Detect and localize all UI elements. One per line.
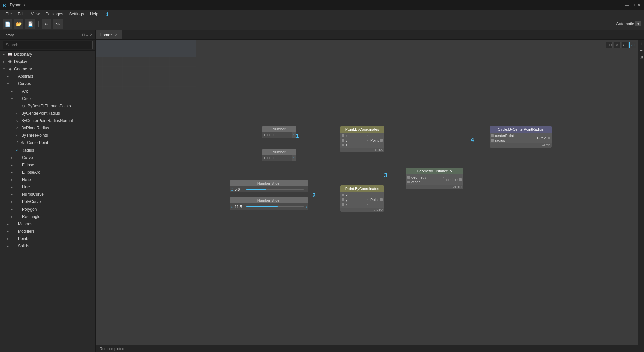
- svg-rect-1: [96, 40, 196, 57]
- run-mode-label: Automatic: [616, 22, 634, 26]
- tree-item-dictionary[interactable]: 📖 Dictionary: [0, 51, 95, 58]
- grid-background: [96, 40, 196, 90]
- tree-item-polygon[interactable]: Polygon: [0, 206, 95, 213]
- tree-item-centerpoint[interactable]: ? ⊕ CenterPoint: [0, 139, 95, 146]
- tree-item-points[interactable]: Points: [0, 235, 95, 242]
- statusbar: Run completed.: [96, 345, 644, 352]
- menu-file[interactable]: File: [3, 11, 14, 17]
- point-inputs-1: x › y › z ›: [340, 133, 369, 148]
- slider-out-1: ›: [306, 188, 307, 191]
- slider-header-2: Number Slider: [230, 197, 308, 203]
- open-file-button[interactable]: 📂: [14, 19, 23, 29]
- bythreepoints-icon: ○: [15, 133, 20, 138]
- point-body-2: x › y › z ›: [340, 192, 384, 208]
- library-title: Library: [3, 33, 14, 37]
- line-icon: [15, 184, 21, 190]
- zoom-in-btn[interactable]: +: [639, 41, 644, 46]
- canvas-ctrl-view[interactable]: ○: [614, 42, 621, 48]
- tab-home[interactable]: Home* ✕: [96, 30, 122, 39]
- circle-icon: [15, 96, 21, 101]
- save-file-button[interactable]: 💾: [25, 19, 35, 29]
- circle-body: centerPoint › radius › Circle: [490, 133, 552, 143]
- redo-button[interactable]: ↪: [53, 19, 63, 29]
- menu-edit[interactable]: Edit: [15, 11, 28, 17]
- maximize-btn[interactable]: ❐: [631, 3, 635, 7]
- tree-item-byplaneradius[interactable]: ○ ByPlaneRadius: [0, 124, 95, 132]
- tree-item-geometry[interactable]: ◆ Geometry: [0, 65, 95, 73]
- tree-item-bybestfit[interactable]: + ⊙ ByBestFitThroughPoints: [0, 102, 95, 110]
- tree-item-radius[interactable]: ✓ Radius: [0, 146, 95, 154]
- slider-toggle-1[interactable]: ⊙: [231, 188, 233, 191]
- tree-item-rectangle[interactable]: Rectangle: [0, 213, 95, 220]
- canvas-ctrl-2d[interactable]: 2D: [629, 42, 636, 48]
- tree-item-meshes[interactable]: Meshes: [0, 220, 95, 228]
- port-circle-out: [548, 137, 550, 139]
- menu-help[interactable]: Help: [87, 11, 101, 17]
- tree-item-bythreepoints[interactable]: ○ ByThreePoints: [0, 132, 95, 139]
- slider-track-1[interactable]: [246, 189, 304, 190]
- new-file-button[interactable]: 📄: [3, 19, 12, 29]
- tab-bar: Home* ✕: [96, 30, 644, 40]
- info-icon[interactable]: ℹ: [104, 11, 110, 17]
- tree-item-bycenterradius[interactable]: ○ ByCenterPointRadius: [0, 110, 95, 117]
- number-node-1[interactable]: Number 0.000 ›: [262, 126, 296, 138]
- point-footer-1: AUTO: [340, 148, 384, 152]
- solids-icon: [11, 243, 17, 249]
- canvas-ctrl-bg[interactable]: ⟵: [622, 42, 628, 48]
- tree-item-curve[interactable]: Curve: [0, 154, 95, 161]
- sidebar-close-icon[interactable]: ✕: [90, 33, 93, 37]
- tree-item-ellipsearc[interactable]: EllipseArc: [0, 169, 95, 176]
- tree-item-display[interactable]: 👁 Display: [0, 58, 95, 65]
- point-node-2[interactable]: Point.ByCoordinates x › y ›: [340, 185, 384, 212]
- tab-close-btn[interactable]: ✕: [115, 33, 118, 37]
- point-header-2: Point.ByCoordinates: [340, 185, 384, 192]
- tree-item-arc[interactable]: Arc: [0, 87, 95, 95]
- tree-item-ellipse[interactable]: Ellipse: [0, 161, 95, 169]
- tree-item-bycenterradiusnormal[interactable]: ○ ByCenterPointRadiusNormal: [0, 117, 95, 124]
- undo-button[interactable]: ↩: [42, 19, 51, 29]
- number-header-2: Number: [262, 149, 296, 155]
- tree-item-modifiers[interactable]: Modifiers: [0, 228, 95, 235]
- slider-node-1[interactable]: Number Slider ⊙ 5.6 ›: [230, 180, 308, 192]
- tree-item-nurbscurve[interactable]: NurbsCurve: [0, 191, 95, 198]
- canvas-ctrl-geometry[interactable]: ⬡⬡: [606, 42, 613, 48]
- minimize-btn[interactable]: —: [625, 3, 629, 7]
- canvas[interactable]: Number 0.000 › Number 0.000 › Point: [96, 40, 644, 345]
- slider-toggle-2[interactable]: ⊙: [231, 205, 233, 209]
- expand-icon: [11, 208, 15, 211]
- zoom-fit-btn[interactable]: ⊞: [639, 54, 644, 60]
- toolbar: 📄 📂 💾 ↩ ↪ Automatic ▼: [0, 18, 644, 30]
- slider-node-2[interactable]: Number Slider ⊙ 11.5 ›: [230, 197, 308, 210]
- expand-icon: [11, 171, 15, 174]
- tree-item-polycurve[interactable]: PolyCurve: [0, 198, 95, 206]
- geometry-node[interactable]: Geometry.DistanceTo geometry › other ›: [406, 168, 463, 189]
- tree-item-circle[interactable]: Circle: [0, 95, 95, 102]
- tree-label-helix: Helix: [22, 177, 93, 182]
- run-mode-dropdown[interactable]: ▼: [635, 21, 641, 26]
- circle-node[interactable]: Circle.ByCenterPointRadius centerPoint ›…: [490, 126, 552, 148]
- add-icon[interactable]: +: [15, 104, 19, 108]
- close-btn[interactable]: ✕: [637, 3, 641, 7]
- geometry-inputs: geometry › other ›: [406, 174, 445, 185]
- port-z-in-2: [342, 203, 344, 206]
- sidebar-filter-icon[interactable]: ⊟: [82, 33, 85, 37]
- menu-settings[interactable]: Settings: [67, 11, 87, 17]
- conn-label-3: 3: [384, 172, 387, 179]
- tree-item-curves[interactable]: Curves: [0, 80, 95, 87]
- number-node-2[interactable]: Number 0.000 ›: [262, 149, 296, 161]
- point-node-1[interactable]: Point.ByCoordinates x › y ›: [340, 126, 384, 152]
- port-centerpoint-in: [491, 134, 494, 137]
- tree-item-helix[interactable]: Helix: [0, 176, 95, 183]
- tree-item-solids[interactable]: Solids: [0, 242, 95, 250]
- search-input[interactable]: [3, 41, 93, 49]
- curves-icon: [11, 81, 17, 86]
- zoom-out-btn[interactable]: −: [639, 48, 644, 53]
- sidebar-sort-icon[interactable]: ≡: [86, 33, 88, 37]
- menu-packages[interactable]: Packages: [43, 11, 66, 17]
- menu-view[interactable]: View: [28, 11, 42, 17]
- tree-item-line[interactable]: Line: [0, 183, 95, 191]
- point-inputs-2: x › y › z ›: [340, 192, 369, 208]
- expand-icon: [11, 156, 15, 159]
- slider-track-2[interactable]: [246, 206, 304, 207]
- tree-item-abstract[interactable]: Abstract: [0, 73, 95, 80]
